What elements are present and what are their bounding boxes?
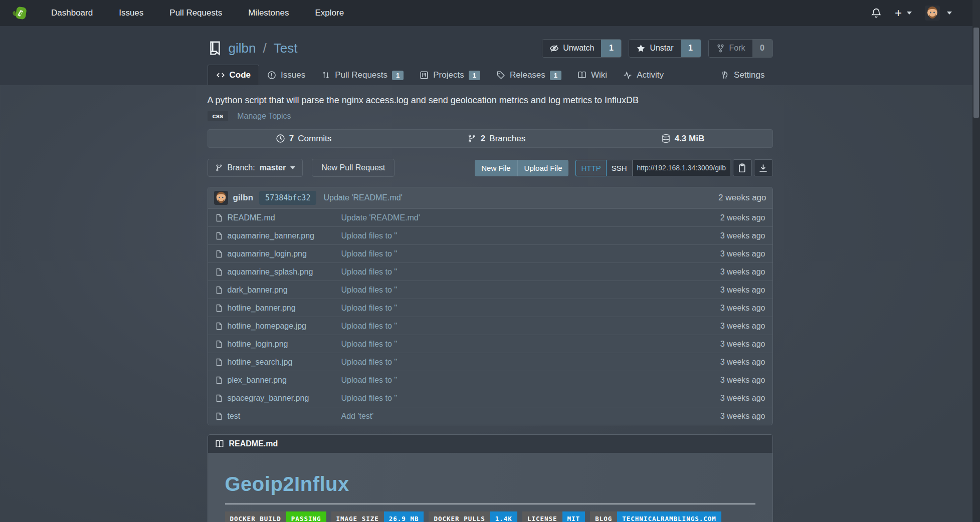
- commit-author-avatar[interactable]: [214, 191, 228, 205]
- docker-build-badge[interactable]: DOCKER BUILDPASSING: [225, 511, 326, 522]
- nav-milestones[interactable]: Milestones: [248, 8, 289, 18]
- manage-topics-link[interactable]: Manage Topics: [237, 112, 291, 121]
- repo-owner-link[interactable]: gilbn: [229, 41, 256, 56]
- file-commit-message[interactable]: Update 'README.md': [341, 213, 420, 222]
- tab-settings[interactable]: Settings: [712, 65, 772, 85]
- nav-dashboard[interactable]: Dashboard: [51, 8, 93, 18]
- unstar-button[interactable]: Unstar 1: [629, 39, 701, 58]
- nav-pull-requests[interactable]: Pull Requests: [169, 8, 222, 18]
- file-icon: [215, 304, 223, 312]
- file-icon: [215, 376, 223, 384]
- book-icon: [577, 71, 586, 80]
- file-table: gilbn 57384bfc32 Update 'README.md' 2 we…: [208, 187, 773, 425]
- file-commit-message[interactable]: Upload files to '': [341, 268, 398, 277]
- file-link[interactable]: dark_banner.png: [228, 286, 288, 295]
- file-icon: [215, 232, 223, 240]
- commit-author-link[interactable]: gilbn: [233, 193, 254, 203]
- file-commit-message[interactable]: Upload files to '': [341, 231, 398, 240]
- tab-releases[interactable]: Releases1: [488, 65, 569, 85]
- fork-icon: [716, 44, 725, 53]
- repo-icon: [208, 41, 223, 56]
- file-age: 3 weeks ago: [720, 304, 765, 313]
- nav-explore[interactable]: Explore: [315, 8, 344, 18]
- table-row: aquamarine_splash.pngUpload files to ''3…: [208, 263, 772, 281]
- license-badge[interactable]: LICENSEMIT: [522, 511, 585, 522]
- tab-code[interactable]: Code: [208, 65, 260, 85]
- file-commit-message[interactable]: Upload files to '': [341, 340, 398, 349]
- top-navbar: Dashboard Issues Pull Requests Milestone…: [0, 0, 980, 26]
- ssh-protocol-button[interactable]: SSH: [607, 160, 633, 176]
- commit-sha-badge[interactable]: 57384bfc32: [259, 191, 316, 205]
- file-age: 3 weeks ago: [720, 268, 765, 277]
- repo-header: gilbn / Test Unwatch 1 Unstar 1 Fork 0: [0, 26, 980, 85]
- unwatch-button[interactable]: Unwatch 1: [542, 39, 622, 58]
- upload-file-button[interactable]: Upload File: [517, 160, 569, 176]
- file-age: 3 weeks ago: [720, 231, 765, 240]
- file-age: 3 weeks ago: [720, 394, 765, 403]
- file-age: 3 weeks ago: [720, 286, 765, 295]
- star-count[interactable]: 1: [681, 40, 701, 57]
- new-pull-request-button[interactable]: New Pull Request: [312, 159, 395, 177]
- fork-count[interactable]: 0: [752, 40, 772, 57]
- repo-name-link[interactable]: Test: [274, 41, 298, 56]
- branch-selector[interactable]: Branch:master: [208, 159, 303, 177]
- star-icon: [636, 44, 646, 53]
- table-row: README.mdUpdate 'README.md'2 weeks ago: [208, 208, 772, 226]
- chevron-down-icon: [907, 12, 912, 15]
- docker-pulls-badge[interactable]: DOCKER PULLS1.4K: [429, 511, 517, 522]
- table-row: hotline_login.pngUpload files to ''3 wee…: [208, 335, 772, 353]
- file-link[interactable]: aquamarine_login.png: [228, 249, 307, 258]
- download-archive-button[interactable]: [754, 159, 773, 176]
- project-board-icon: [420, 71, 429, 80]
- tab-activity[interactable]: Activity: [615, 65, 672, 85]
- topic-tag-css[interactable]: css: [208, 111, 229, 121]
- pulse-icon: [623, 71, 632, 80]
- tag-icon: [496, 71, 505, 80]
- file-commit-message[interactable]: Add 'test': [341, 412, 374, 421]
- file-commit-message[interactable]: Upload files to '': [341, 394, 398, 403]
- new-file-button[interactable]: New File: [475, 160, 517, 176]
- table-row: spacegray_banner.pngUpload files to ''3 …: [208, 389, 772, 407]
- tab-projects[interactable]: Projects1: [412, 65, 488, 85]
- file-link[interactable]: hotline_banner.png: [228, 304, 296, 313]
- file-commit-message[interactable]: Upload files to '': [341, 322, 398, 331]
- file-age: 3 weeks ago: [720, 412, 765, 421]
- commits-stat[interactable]: 7Commits: [276, 134, 332, 144]
- fork-button[interactable]: Fork 0: [708, 39, 773, 58]
- file-link[interactable]: hotline_search.jpg: [228, 358, 293, 367]
- file-link[interactable]: README.md: [228, 213, 275, 222]
- file-commit-message[interactable]: Upload files to '': [341, 304, 398, 313]
- create-new-button[interactable]: +: [895, 6, 912, 20]
- file-age: 3 weeks ago: [720, 376, 765, 385]
- clone-url-input[interactable]: [633, 159, 731, 176]
- scrollbar-thumb[interactable]: [973, 28, 979, 118]
- user-menu[interactable]: [925, 6, 952, 21]
- commit-message-link[interactable]: Update 'README.md': [323, 193, 402, 202]
- repo-main: A python script that will parse the ngin…: [0, 85, 980, 522]
- tab-issues[interactable]: Issues: [259, 65, 313, 85]
- tab-pull-requests[interactable]: Pull Requests1: [313, 65, 412, 85]
- image-size-badge[interactable]: IMAGE SIZE26.9 MB: [331, 511, 424, 522]
- branches-stat[interactable]: 2Branches: [467, 134, 525, 144]
- tab-wiki[interactable]: Wiki: [569, 65, 615, 85]
- file-link[interactable]: plex_banner.png: [228, 376, 287, 385]
- file-link[interactable]: spacegray_banner.png: [228, 394, 309, 403]
- nav-issues[interactable]: Issues: [119, 8, 143, 18]
- file-icon: [215, 412, 223, 420]
- gitea-logo-icon[interactable]: [12, 4, 30, 22]
- copy-clone-url-button[interactable]: [733, 159, 752, 176]
- file-link[interactable]: hotline_login.png: [228, 340, 288, 349]
- blog-badge[interactable]: BLOGTECHNICALRAMBLINGS.COM: [590, 511, 721, 522]
- watch-count[interactable]: 1: [601, 40, 621, 57]
- notifications-bell-icon[interactable]: [871, 8, 882, 19]
- page-scrollbar[interactable]: [972, 0, 980, 522]
- file-commit-message[interactable]: Upload files to '': [341, 286, 398, 295]
- file-link[interactable]: aquamarine_banner.png: [228, 231, 314, 240]
- file-commit-message[interactable]: Upload files to '': [341, 358, 398, 367]
- http-protocol-button[interactable]: HTTP: [575, 160, 606, 176]
- file-commit-message[interactable]: Upload files to '': [341, 376, 398, 385]
- file-link[interactable]: hotline_homepage.jpg: [228, 322, 306, 331]
- file-commit-message[interactable]: Upload files to '': [341, 249, 398, 258]
- file-link[interactable]: aquamarine_splash.png: [228, 268, 313, 277]
- file-link[interactable]: test: [228, 412, 241, 421]
